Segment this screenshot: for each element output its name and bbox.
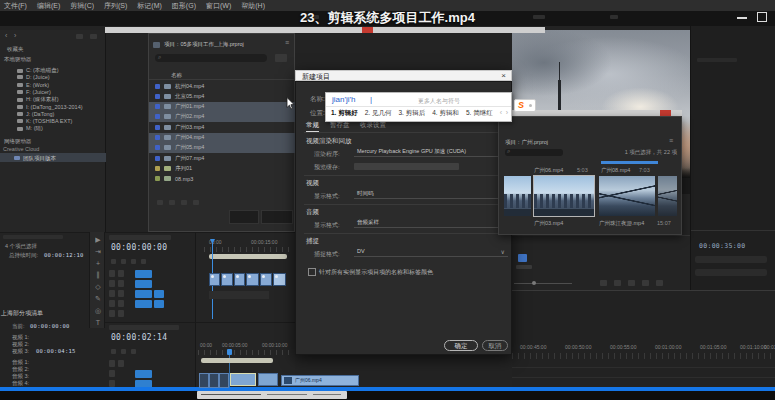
tree-item-drive-c[interactable]: C: (本地磁盘) [17,67,59,74]
tree-item-favorites[interactable]: 收藏夹 [7,46,24,53]
hand-tool-icon[interactable]: ◎ [90,307,106,315]
timeline-setting-icon[interactable] [111,349,116,354]
clip-name[interactable]: 广州06.mp4 [534,167,563,174]
tree-item-team-projects[interactable]: 团队项目版本 [14,155,56,162]
filmstrip-clip-selected[interactable] [230,373,256,386]
label-color[interactable] [155,114,160,119]
slip-tool-icon[interactable]: ◇ [90,283,106,291]
list-item[interactable]: 广州03.mp4 [149,122,296,132]
ime-candidate-5[interactable]: 5. 简继红 [466,109,493,118]
timeline-a-ruler[interactable] [204,247,292,252]
timeline-clip[interactable] [260,273,272,286]
dialog-titlebar[interactable]: 新建项目 × [295,70,512,81]
tree-item-creative-cloud[interactable]: Creative Cloud [3,146,39,152]
track-toggle[interactable] [109,280,115,287]
monitor-button[interactable] [642,280,649,286]
track-toggle[interactable] [109,270,115,277]
timeline-setting-icon[interactable] [111,259,116,264]
clip-thumbnail[interactable] [599,176,655,216]
audio-track-row[interactable] [209,291,269,299]
ime-status-bar[interactable]: S [514,99,536,112]
panel-tool-icon[interactable] [193,200,199,205]
panel-tool-icon[interactable] [157,200,163,205]
filmstrip-clip-named[interactable]: 广州06.mp4 [281,375,359,386]
clip-name[interactable]: 广州珠江夜游.mp4 [599,220,644,227]
track-toggle[interactable] [109,360,115,367]
track-lock-chip[interactable] [154,300,164,308]
tree-item-drive-e[interactable]: E: (Work) [17,82,49,88]
timeline-clip[interactable] [234,273,245,286]
panel-footer-button[interactable] [261,210,293,224]
tree-item-drive-f[interactable]: F: (Juicer) [17,89,51,95]
maximize-icon[interactable] [757,12,767,22]
display-names-checkbox[interactable] [308,268,316,276]
cancel-button[interactable]: 取消 [482,340,508,351]
tree-item-drive-d[interactable]: D: (Juice) [17,74,50,80]
ime-candidate-3[interactable]: 3. 剪辑后 [398,109,425,118]
dialog-close-icon[interactable]: × [501,71,506,80]
audio-display-dropdown[interactable]: 音频采样∨ [354,217,508,228]
tab-scratch-disks[interactable]: 暂存盘 [330,121,350,130]
list-item[interactable]: 广州07.mp4 [149,153,296,163]
track-select-tool-icon[interactable]: ⇥ [90,248,106,256]
track-toggle[interactable] [109,370,115,377]
monitor-button[interactable] [656,280,663,286]
back-icon[interactable]: ‹ [5,32,7,39]
timeline-setting-icon[interactable] [131,349,136,354]
pen-tool-icon[interactable]: ✎ [90,295,106,303]
view-icon[interactable] [76,34,83,39]
forward-icon[interactable]: › [14,32,16,39]
ime-candidate-1[interactable]: 1. 剪辑好 [331,109,358,118]
type-tool-icon[interactable]: T [90,319,106,326]
clip-name[interactable]: 广州03.mp4 [534,220,563,227]
work-area-bar[interactable] [209,254,287,259]
ripple-edit-tool-icon[interactable]: + [90,260,106,267]
track-toggle[interactable] [109,380,115,387]
timeline-b-ruler[interactable] [198,350,294,355]
zoom-slider-knob[interactable] [532,281,536,285]
timeline-clip[interactable] [209,273,220,286]
monitor-button[interactable] [614,280,621,286]
label-color[interactable] [155,145,160,150]
player-progress-bar[interactable] [0,387,775,391]
panel-menu-icon[interactable]: ≡ [285,39,289,46]
list-item-selected[interactable]: 广州02.mp4 [149,112,296,122]
tree-item-drive-j[interactable]: J: (DaTong) [17,111,54,117]
project-a-search-input[interactable]: ⌕ [155,54,267,62]
track-toggle[interactable] [118,310,124,317]
list-item-audio[interactable]: 08.mp3 [149,174,296,184]
minimize-icon[interactable] [737,17,747,19]
close-button-red[interactable] [362,27,373,33]
clip-thumbnail-selected[interactable] [533,175,595,217]
ok-button[interactable]: 确定 [444,340,478,351]
source-patch-a1[interactable] [135,300,152,308]
label-color[interactable] [155,125,160,130]
tree-item-drive-i[interactable]: I: (DaTong_2013-2014) [17,104,83,110]
filmstrip-chip[interactable] [219,373,229,388]
panel-footer-button[interactable] [229,210,259,224]
timeline-setting-icon[interactable] [121,259,126,264]
source-patch-v1[interactable] [135,290,152,298]
selection-tool-icon[interactable]: ▶ [90,236,106,244]
list-item-selected[interactable]: 广州05.mp4 [149,143,296,153]
ime-candidate-4[interactable]: 4. 剪辑和 [432,109,459,118]
label-color[interactable] [155,176,160,181]
renderer-dropdown[interactable]: Mercury Playback Engine GPU 加速 (CUDA)∨ [354,146,508,157]
timeline-setting-icon[interactable] [121,349,126,354]
zoom-slider[interactable] [514,283,572,284]
tree-item-network-drives[interactable]: 网络驱动器 [4,138,32,145]
track-toggle[interactable] [118,290,124,297]
track-lock-chip[interactable] [154,290,164,298]
monitor-button[interactable] [600,280,607,286]
label-color[interactable] [155,166,160,171]
list-item-sequence[interactable]: 序列01 [149,163,296,173]
list-view-icon[interactable] [275,54,287,62]
label-color[interactable] [155,135,160,140]
track-toggle[interactable] [118,360,124,367]
track-toggle[interactable] [118,280,124,287]
list-item-selected[interactable]: 广州04.mp4 [149,133,296,143]
project-a-title[interactable]: 项目：05多项目工作_上海.prproj [164,41,244,48]
filter-icon[interactable] [90,34,97,39]
tree-item-drive-k[interactable]: K: (TOSHIBA EXT) [17,118,72,124]
filmstrip-chip[interactable] [209,373,219,388]
